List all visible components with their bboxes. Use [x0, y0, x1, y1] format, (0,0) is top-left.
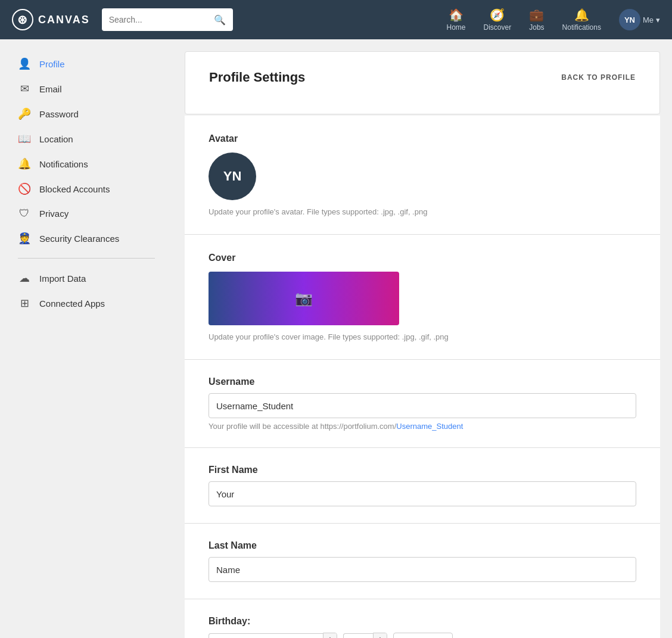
user-menu[interactable]: YN Me ▾: [619, 9, 660, 30]
username-hint: Your profile will be accessible at https…: [209, 422, 636, 431]
logo-text: CANVAS: [38, 14, 90, 26]
nav-notifications-label: Notifications: [562, 23, 601, 32]
sidebar-label-connected: Connected Apps: [39, 298, 105, 309]
avatar-label: Avatar: [209, 133, 636, 144]
avatar-section: Avatar YN Update your profile's avatar. …: [185, 116, 660, 235]
sidebar-label-security: Security Clearances: [39, 234, 119, 244]
avatar-help-text: Update your profile's avatar. File types…: [209, 207, 636, 216]
privacy-icon: 🛡: [18, 207, 31, 220]
month-spinner-btns: ▲ ▼: [323, 633, 337, 638]
sidebar-label-email: Email: [39, 84, 62, 94]
last-name-input[interactable]: [209, 557, 636, 582]
username-label: Username: [209, 376, 636, 387]
sidebar-label-import: Import Data: [39, 273, 86, 284]
birthday-label: Birthday:: [209, 616, 636, 627]
nav-discover-label: Discover: [484, 23, 512, 32]
sidebar-item-blocked[interactable]: 🚫 Blocked Accounts: [0, 176, 173, 201]
nav-jobs[interactable]: 💼 Jobs: [529, 8, 544, 32]
blocked-icon: 🚫: [18, 182, 31, 195]
sidebar: 👤 Profile ✉ Email 🔑 Password 📖 Location …: [0, 39, 173, 638]
username-profile-link[interactable]: Username_Student: [396, 422, 463, 431]
main-nav: 🏠 Home 🧭 Discover 💼 Jobs 🔔 Notifications…: [447, 8, 661, 32]
profile-icon: 👤: [18, 57, 31, 70]
last-name-label: Last Name: [209, 540, 636, 551]
me-label: Me: [643, 15, 654, 24]
search-box[interactable]: 🔍: [102, 8, 233, 31]
logo-icon: [12, 9, 33, 30]
discover-icon: 🧭: [490, 8, 505, 22]
cover-upload[interactable]: 📷: [209, 272, 399, 325]
day-spinner: ▲ ▼ ◀ ▶: [343, 633, 387, 638]
sidebar-item-notifications[interactable]: 🔔 Notifications: [0, 151, 173, 176]
day-up-button[interactable]: ▲: [374, 633, 387, 638]
cover-label: Cover: [209, 253, 636, 263]
last-name-section: Last Name: [185, 524, 660, 599]
cover-help-text: Update your profile's cover image. File …: [209, 332, 636, 341]
chevron-down-icon: ▾: [656, 15, 660, 24]
birthday-section: Birthday: ▲ ▼ ◀: [185, 599, 660, 638]
user-avatar: YN: [619, 9, 640, 30]
search-input[interactable]: [109, 15, 210, 24]
main-content: Profile Settings BACK TO PROFILE Avatar …: [173, 39, 672, 638]
logo[interactable]: CANVAS: [12, 9, 90, 30]
sidebar-item-email[interactable]: ✉ Email: [0, 76, 173, 101]
jobs-icon: 💼: [529, 8, 544, 22]
sidebar-item-profile[interactable]: 👤 Profile: [0, 51, 173, 76]
home-icon: 🏠: [449, 8, 463, 22]
sidebar-label-blocked: Blocked Accounts: [39, 184, 110, 194]
avatar-initials: YN: [223, 169, 242, 184]
nav-home[interactable]: 🏠 Home: [447, 8, 466, 32]
search-icon: 🔍: [214, 14, 226, 26]
nav-discover[interactable]: 🧭 Discover: [484, 8, 512, 32]
cover-section: Cover 📷 Update your profile's cover imag…: [185, 235, 660, 360]
email-icon: ✉: [18, 82, 31, 95]
first-name-label: First Name: [209, 465, 636, 475]
year-wrapper: [393, 633, 453, 638]
sidebar-item-import[interactable]: ☁ Import Data: [0, 266, 173, 291]
sidebar-label-profile: Profile: [39, 59, 65, 69]
first-name-section: First Name: [185, 448, 660, 524]
day-spinner-btns: ▲ ▼: [373, 633, 387, 638]
year-input[interactable]: [393, 633, 453, 638]
bell-icon: 🔔: [18, 157, 31, 170]
sidebar-item-security[interactable]: 👮 Security Clearances: [0, 226, 173, 251]
avatar-upload[interactable]: YN: [209, 153, 256, 200]
nav-home-label: Home: [447, 23, 466, 32]
header: CANVAS 🔍 🏠 Home 🧭 Discover 💼 Jobs 🔔 Noti…: [0, 0, 672, 39]
page-container: 👤 Profile ✉ Email 🔑 Password 📖 Location …: [0, 39, 672, 638]
sidebar-item-location[interactable]: 📖 Location: [0, 126, 173, 151]
username-input[interactable]: [209, 393, 636, 418]
sidebar-label-privacy: Privacy: [39, 208, 69, 219]
sidebar-label-notifications: Notifications: [39, 159, 88, 169]
month-spinner: ▲ ▼ ◀ ▶: [209, 633, 337, 638]
nav-jobs-label: Jobs: [529, 23, 544, 32]
title-section: Profile Settings BACK TO PROFILE: [185, 51, 660, 114]
password-icon: 🔑: [18, 107, 31, 120]
username-section: Username Your profile will be accessible…: [185, 360, 660, 448]
sidebar-divider: [18, 258, 155, 259]
sidebar-item-privacy[interactable]: 🛡 Privacy: [0, 201, 173, 226]
month-up-button[interactable]: ▲: [323, 633, 337, 638]
sidebar-item-connected[interactable]: ⊞ Connected Apps: [0, 291, 173, 316]
back-to-profile-link[interactable]: BACK TO PROFILE: [561, 73, 636, 82]
sidebar-label-password: Password: [39, 109, 79, 119]
first-name-input[interactable]: [209, 481, 636, 506]
security-icon: 👮: [18, 232, 31, 245]
birthday-row: ▲ ▼ ◀ ▶: [209, 633, 636, 638]
import-icon: ☁: [18, 272, 31, 285]
page-title: Profile Settings: [209, 70, 305, 85]
day-input[interactable]: [343, 633, 373, 638]
month-input[interactable]: [209, 633, 323, 638]
user-initials: YN: [624, 15, 635, 24]
camera-icon: 📷: [295, 290, 313, 307]
apps-icon: ⊞: [18, 297, 31, 310]
nav-notifications[interactable]: 🔔 Notifications: [562, 8, 601, 32]
notifications-icon: 🔔: [574, 8, 589, 22]
sidebar-label-location: Location: [39, 134, 73, 144]
sidebar-item-password[interactable]: 🔑 Password: [0, 101, 173, 126]
location-icon: 📖: [18, 132, 31, 145]
